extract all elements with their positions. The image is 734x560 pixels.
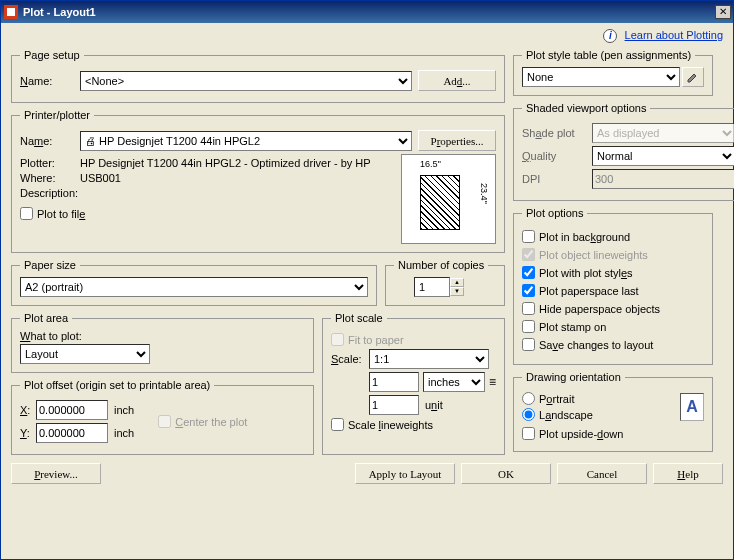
shaded-legend: Shaded viewport options [522, 102, 650, 114]
shaded-group: Shaded viewport options Shade plotAs dis… [513, 102, 734, 201]
paperspace-last-check[interactable] [522, 284, 535, 297]
svg-rect-1 [7, 8, 15, 16]
apply-layout-button[interactable]: Apply to Layout [355, 463, 455, 484]
save-changes-label: Save changes to layout [539, 339, 653, 351]
center-plot-label: Center the plot [175, 416, 247, 428]
desc-label: Description: [20, 187, 80, 199]
plot-styles-check[interactable] [522, 266, 535, 279]
properties-button[interactable]: Properties... [418, 130, 496, 151]
plot-lineweights-label: Plot object lineweights [539, 249, 648, 261]
quality-label: Quality [522, 150, 592, 162]
where-label: Where: [20, 172, 80, 184]
scale-den-input[interactable] [369, 395, 419, 415]
plot-options-group: Plot options Plot in background Plot obj… [513, 207, 713, 365]
add-button[interactable]: Add... [418, 70, 496, 91]
close-button[interactable]: ✕ [715, 5, 731, 19]
offset-y-input[interactable] [36, 423, 108, 443]
edit-style-button[interactable] [682, 67, 704, 87]
info-icon: i [603, 29, 617, 43]
offset-x-input[interactable] [36, 400, 108, 420]
upside-down-check[interactable] [522, 427, 535, 440]
printer-name-select[interactable]: 🖨 HP Designjet T1200 44in HPGL2 [80, 131, 412, 151]
offset-y-unit: inch [114, 427, 134, 439]
offset-group: Plot offset (origin set to printable are… [11, 379, 314, 455]
portrait-radio[interactable] [522, 392, 535, 405]
where-value: USB001 [80, 172, 121, 184]
preview-button[interactable]: Preview... [11, 463, 101, 484]
orientation-legend: Drawing orientation [522, 371, 625, 383]
plot-scale-legend: Plot scale [331, 312, 387, 324]
orientation-group: Drawing orientation Portrait Landscape A… [513, 371, 713, 452]
plot-stamp-label: Plot stamp on [539, 321, 606, 333]
plotter-label: Plotter: [20, 157, 80, 169]
printer-name-label: Name: [20, 135, 80, 147]
cancel-button[interactable]: Cancel [557, 463, 647, 484]
learn-link[interactable]: Learn about Plotting [625, 29, 723, 41]
plotter-value: HP Designjet T1200 44in HPGL2 - Optimize… [80, 157, 371, 169]
plot-background-check[interactable] [522, 230, 535, 243]
copies-legend: Number of copies [394, 259, 488, 271]
paper-size-group: Paper size A2 (portrait) [11, 259, 377, 306]
shade-plot-label: Shade plot [522, 127, 592, 139]
preview-height: 23.4'' [479, 183, 489, 204]
center-plot-check [158, 415, 171, 428]
plot-to-file-check[interactable] [20, 207, 33, 220]
fit-to-paper-label: Fit to paper [348, 334, 404, 346]
scale-den-unit: unit [425, 399, 443, 411]
copies-down[interactable]: ▼ [450, 287, 464, 296]
scale-label: Scale: [331, 353, 369, 365]
offset-x-unit: inch [114, 404, 134, 416]
landscape-radio[interactable] [522, 408, 535, 421]
offset-x-label: X: [20, 404, 36, 416]
plot-style-group: Plot style table (pen assignments) None [513, 49, 713, 96]
plot-style-legend: Plot style table (pen assignments) [522, 49, 695, 61]
scale-num-input[interactable] [369, 372, 419, 392]
plot-options-legend: Plot options [522, 207, 587, 219]
printer-group: Printer/plotter Name: 🖨 HP Designjet T12… [11, 109, 505, 253]
scale-select[interactable]: 1:1 [369, 349, 489, 369]
titlebar: Plot - Layout1 ✕ [1, 1, 733, 23]
hide-paperspace-check[interactable] [522, 302, 535, 315]
plot-area-legend: Plot area [20, 312, 72, 324]
paper-size-legend: Paper size [20, 259, 80, 271]
quality-select[interactable]: Normal [592, 146, 734, 166]
portrait-label: Portrait [539, 393, 574, 405]
help-button[interactable]: Help [653, 463, 723, 484]
offset-y-label: Y: [20, 427, 36, 439]
plot-area-group: Plot area What to plot: Layout [11, 312, 314, 373]
dpi-input [592, 169, 734, 189]
landscape-label: Landscape [539, 409, 593, 421]
offset-legend: Plot offset (origin set to printable are… [20, 379, 214, 391]
preview-width: 16.5'' [420, 159, 441, 169]
copies-up[interactable]: ▲ [450, 278, 464, 287]
copies-input[interactable] [414, 277, 450, 297]
fit-to-paper-check [331, 333, 344, 346]
equals-icon: ≡ [489, 375, 496, 389]
scale-unit-select[interactable]: inches [423, 372, 485, 392]
upside-down-label: Plot upside-down [539, 428, 623, 440]
plot-lineweights-check [522, 248, 535, 261]
plot-scale-group: Plot scale Fit to paper Scale:1:1 inches… [322, 312, 505, 455]
plot-styles-label: Plot with plot styles [539, 267, 633, 279]
app-icon [3, 4, 19, 20]
window-title: Plot - Layout1 [23, 6, 715, 18]
scale-lineweights-check[interactable] [331, 418, 344, 431]
shade-plot-select: As displayed [592, 123, 734, 143]
what-to-plot-label: What to plot: [20, 330, 305, 342]
page-setup-name-label: Name: [20, 75, 80, 87]
hide-paperspace-label: Hide paperspace objects [539, 303, 660, 315]
what-to-plot-select[interactable]: Layout [20, 344, 150, 364]
orientation-icon: A [680, 393, 704, 421]
plot-stamp-check[interactable] [522, 320, 535, 333]
paper-preview: 16.5'' 23.4'' [401, 154, 496, 244]
copies-group: Number of copies ▲▼ [385, 259, 505, 306]
save-changes-check[interactable] [522, 338, 535, 351]
page-setup-legend: Page setup [20, 49, 84, 61]
printer-legend: Printer/plotter [20, 109, 94, 121]
paperspace-last-label: Plot paperspace last [539, 285, 639, 297]
page-setup-group: Page setup Name: <None> Add... [11, 49, 505, 103]
plot-style-select[interactable]: None [522, 67, 680, 87]
paper-size-select[interactable]: A2 (portrait) [20, 277, 368, 297]
page-setup-name-select[interactable]: <None> [80, 71, 412, 91]
ok-button[interactable]: OK [461, 463, 551, 484]
